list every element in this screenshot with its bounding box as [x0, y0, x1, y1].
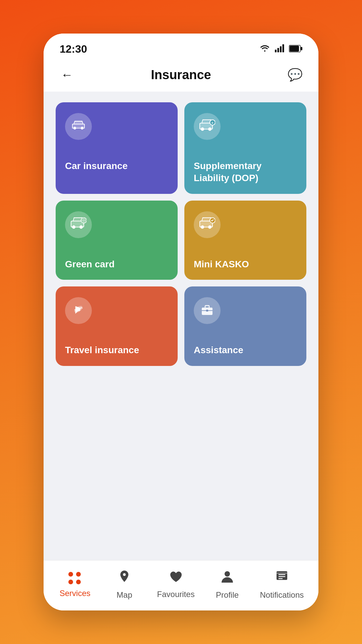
battery-icon	[289, 44, 302, 55]
svg-point-30	[123, 573, 126, 576]
car-insurance-label: Car insurance	[65, 160, 168, 172]
card-icon-wrap	[65, 113, 92, 140]
svg-rect-0	[275, 50, 277, 52]
notifications-icon	[276, 570, 288, 587]
service-card-mini-kasko[interactable]: Mini KASKO	[184, 201, 306, 280]
status-icons	[259, 44, 302, 55]
page-title: Insurance	[151, 68, 211, 82]
supplementary-icon: +	[199, 119, 215, 134]
svg-point-23	[201, 225, 204, 229]
svg-rect-2	[280, 46, 282, 52]
green-card-label: Green card	[65, 258, 168, 270]
nav-item-notifications[interactable]: Notifications	[260, 570, 304, 600]
svg-rect-3	[283, 44, 284, 52]
bottom-nav: Services Map Favourites	[44, 560, 318, 610]
car-icon	[71, 119, 86, 134]
nav-label-map: Map	[117, 590, 132, 600]
header: ← Insurance 💬	[44, 61, 318, 92]
nav-item-profile[interactable]: Profile	[210, 570, 244, 600]
supplementary-label: Supplementary Liability (DOP)	[194, 160, 297, 184]
nav-item-map[interactable]: Map	[108, 570, 141, 600]
phone-card: 12:30	[44, 34, 318, 610]
card-icon-wrap	[65, 211, 92, 238]
signal-icon	[275, 44, 284, 55]
back-button[interactable]: ←	[58, 66, 76, 84]
services-icon	[68, 572, 82, 585]
nav-item-services[interactable]: Services	[58, 572, 92, 598]
card-icon-wrap	[194, 211, 221, 238]
travel-insurance-label: Travel insurance	[65, 344, 168, 356]
nav-item-favourites[interactable]: Favourites	[157, 571, 195, 599]
svg-rect-5	[301, 47, 302, 50]
mini-kasko-label: Mini KASKO	[194, 258, 297, 270]
nav-label-services: Services	[60, 589, 90, 598]
nav-label-profile: Profile	[216, 590, 239, 600]
services-grid: Car insurance +	[56, 102, 306, 366]
svg-text:+: +	[212, 121, 214, 125]
map-icon	[118, 570, 131, 587]
svg-point-17	[79, 225, 83, 229]
svg-point-31	[225, 571, 230, 577]
back-arrow-icon: ←	[61, 68, 73, 82]
svg-rect-1	[278, 48, 279, 52]
service-card-assistance[interactable]: Assistance	[184, 286, 306, 366]
card-icon-wrap	[194, 297, 221, 324]
mini-kasko-icon	[199, 217, 215, 232]
service-card-green-card[interactable]: Green card	[56, 201, 178, 280]
favourites-icon	[169, 571, 183, 586]
greencard-icon	[70, 217, 86, 232]
service-card-supplementary[interactable]: + Supplementary Liability (DOP)	[184, 102, 306, 194]
svg-point-11	[201, 127, 204, 131]
svg-point-24	[208, 225, 212, 229]
service-card-car-insurance[interactable]: Car insurance	[56, 102, 178, 194]
chat-icon: 💬	[288, 68, 303, 82]
profile-icon	[221, 570, 234, 587]
wifi-icon	[259, 44, 270, 55]
nav-label-notifications: Notifications	[260, 590, 304, 600]
svg-rect-6	[290, 46, 299, 52]
status-time: 12:30	[60, 43, 87, 55]
service-card-travel-insurance[interactable]: Travel insurance	[56, 286, 178, 366]
travel-icon	[72, 303, 85, 319]
card-icon-wrap	[65, 297, 92, 324]
main-content: Car insurance +	[44, 92, 318, 560]
svg-rect-9	[72, 124, 84, 128]
nav-label-favourites: Favourites	[157, 590, 195, 599]
svg-rect-29	[206, 310, 208, 312]
status-bar: 12:30	[44, 34, 318, 61]
svg-point-12	[208, 127, 212, 131]
svg-rect-33	[277, 573, 287, 574]
card-icon-wrap: +	[194, 113, 221, 140]
chat-button[interactable]: 💬	[286, 66, 304, 84]
assistance-icon	[200, 303, 214, 319]
svg-point-16	[72, 225, 75, 229]
assistance-label: Assistance	[194, 344, 297, 356]
